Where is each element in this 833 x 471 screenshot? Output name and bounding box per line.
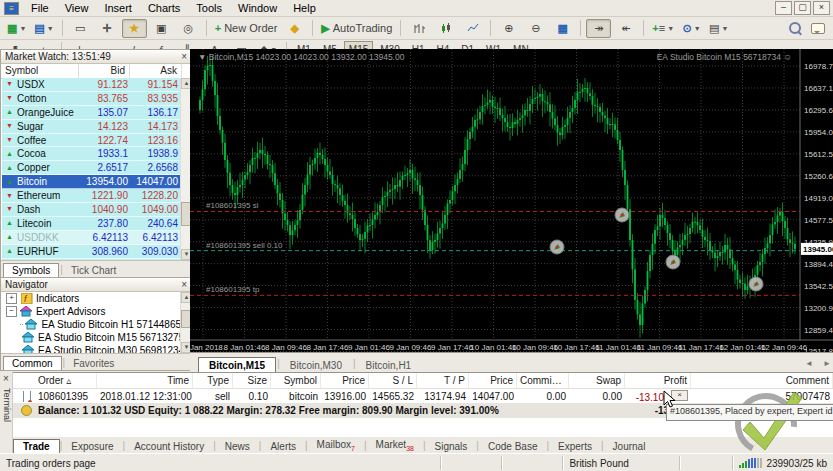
market-watch-row-litecoin[interactable]: ▲Litecoin237.80240.64: [2, 217, 181, 231]
tab-journal[interactable]: Journal: [604, 440, 655, 453]
open-order-row[interactable]: 1086013952018.01.12 12:31:00sell0.10bitc…: [13, 389, 833, 403]
indicators-button[interactable]: +≡▼: [649, 19, 677, 38]
close-position-button[interactable]: ×: [671, 390, 688, 401]
navigator-close-icon[interactable]: ×: [181, 280, 187, 290]
market-watch-row-cotton[interactable]: ▼Cotton83.76583.935: [2, 92, 181, 106]
time-axis-label: 9 Jan 01:46: [348, 343, 390, 352]
market-watch-row-ethereum[interactable]: ▼Ethereum1221.901228.20: [2, 189, 181, 203]
new-order-button[interactable]: +New Order: [212, 19, 281, 38]
periods-button[interactable]: ⊙▼: [679, 19, 704, 38]
navigator-item[interactable]: EA Studio Bitcoin M15 56713275: [2, 331, 181, 344]
terminal-close-icon[interactable]: ×: [3, 374, 9, 384]
column-time[interactable]: Time: [97, 373, 193, 388]
market-watch-row-dash[interactable]: ▼Dash1040.901049.00: [2, 203, 181, 217]
collapse-icon[interactable]: −: [6, 306, 17, 317]
column-symbol[interactable]: Symbol: [271, 373, 321, 388]
search-icon[interactable]: [789, 22, 801, 34]
column-symbol[interactable]: Symbol: [1, 64, 79, 78]
templates-button[interactable]: ▤▼: [706, 19, 731, 38]
menu-view[interactable]: View: [57, 1, 97, 15]
symbol-name: Cocoa: [17, 148, 81, 159]
navigator-item[interactable]: EA Studio Bitcoin M30 56981234: [2, 344, 181, 353]
chat-icon[interactable]: [811, 23, 825, 34]
column-size[interactable]: Size: [233, 373, 271, 388]
column-tp[interactable]: T / P: [417, 373, 469, 388]
bid-value: 2.6517: [81, 162, 132, 173]
expand-icon[interactable]: +: [6, 293, 17, 304]
market-watch-row-eurhuf[interactable]: ▲EURHUF308.960309.030: [2, 245, 181, 259]
menu-charts[interactable]: Charts: [140, 1, 188, 15]
market-watch-close-icon[interactable]: ×: [181, 52, 187, 62]
new-chart-button[interactable]: ▦▼: [4, 19, 29, 38]
navigator-item[interactable]: EA Studio Bitcoin H1 57144865: [2, 318, 181, 331]
close-button[interactable]: ×: [813, 1, 830, 15]
minimize-button[interactable]: –: [775, 1, 792, 15]
restore-button[interactable]: ▢: [794, 1, 811, 15]
tab-trade[interactable]: Trade: [13, 439, 60, 453]
navigator-item[interactable]: +fIndicators: [2, 292, 181, 305]
navigator-toggle-icon[interactable]: ◎: [176, 19, 201, 38]
menu-file[interactable]: File: [23, 1, 57, 15]
column-price2[interactable]: Price: [469, 373, 517, 388]
zoom-in-icon[interactable]: ⊕: [496, 19, 521, 38]
tab-symbols[interactable]: Symbols: [3, 263, 59, 277]
zoom-out-icon[interactable]: ⊖: [523, 19, 548, 38]
tab-market[interactable]: Market38: [367, 438, 423, 453]
line-chart-icon[interactable]: [460, 19, 485, 38]
bar-chart-icon[interactable]: [406, 19, 431, 38]
column-sl[interactable]: S / L: [369, 373, 417, 388]
tab-experts[interactable]: Experts: [549, 440, 601, 453]
tab-account-history[interactable]: Account History: [125, 440, 213, 453]
market-watch-row-bitcoin[interactable]: ▲Bitcoin13954.0014047.00: [2, 175, 181, 189]
menu-window[interactable]: Window: [230, 1, 285, 15]
chart-tab-bitcoin-h1[interactable]: Bitcoin,H1: [356, 358, 422, 373]
chart-shift-icon[interactable]: ↞: [613, 19, 638, 38]
autotrading-button[interactable]: ▶AutoTrading: [318, 19, 395, 38]
menu-help[interactable]: Help: [285, 1, 324, 15]
navigator-item[interactable]: −Expert Advisors: [2, 305, 181, 318]
menu-tools[interactable]: Tools: [188, 1, 230, 15]
column-price[interactable]: Price: [321, 373, 369, 388]
market-watch-row-sugar[interactable]: ▼Sugar14.12314.173: [2, 120, 181, 134]
market-watch-row-coffee[interactable]: ▼Coffee122.74123.16: [2, 134, 181, 148]
column-profit[interactable]: Profit: [625, 373, 691, 388]
column-type[interactable]: Type: [193, 373, 233, 388]
data-window-icon[interactable]: ▭: [68, 19, 93, 38]
market-watch-toggle-icon[interactable]: ▣: [149, 19, 174, 38]
column-comment[interactable]: Comment: [691, 373, 833, 388]
menu-insert[interactable]: Insert: [96, 1, 140, 15]
tab-alerts[interactable]: Alerts: [261, 440, 305, 453]
market-watch-row-usdx[interactable]: ▼USDX91.12391.154: [2, 78, 181, 92]
tab-code-base[interactable]: Code Base: [479, 440, 546, 453]
tile-windows-icon[interactable]: ▦: [550, 19, 575, 38]
scripts-icon[interactable]: ◆: [282, 19, 307, 38]
chart-tab-scroll-arrows[interactable]: ◄ ►: [805, 359, 833, 368]
tab-signals[interactable]: Signals: [426, 440, 477, 453]
auto-scroll-icon[interactable]: ↠: [586, 19, 611, 38]
crosshair-move-icon[interactable]: ✛: [95, 19, 120, 38]
navigator-scrollbar[interactable]: ▲ ▼: [180, 292, 190, 353]
price-chart[interactable]: #108601395 sl#108601395 sell 0.10#108601…: [190, 49, 833, 352]
tab-news[interactable]: News: [216, 440, 259, 453]
chart-tab-bitcoin-m15[interactable]: Bitcoin,M15: [198, 357, 276, 373]
market-watch-scrollbar[interactable]: ▲ ▼: [180, 78, 190, 260]
column-ask[interactable]: Ask: [130, 64, 182, 78]
favorites-icon[interactable]: ★: [122, 19, 147, 38]
tab-exposure[interactable]: Exposure: [62, 440, 122, 453]
profiles-button[interactable]: ▤▼: [31, 19, 56, 38]
market-watch-row-copper[interactable]: ▲Copper2.65172.6568: [2, 161, 181, 175]
chart-tab-bitcoin-m30[interactable]: Bitcoin,M30: [280, 358, 352, 373]
tab-common[interactable]: Common: [3, 356, 62, 370]
column-bid[interactable]: Bid: [79, 64, 130, 78]
market-watch-row-usddkk[interactable]: ▲USDDKK6.421136.42113: [2, 231, 181, 245]
market-watch-row-orangejuice[interactable]: ▲OrangeJuice135.07136.17: [2, 106, 181, 120]
tab-favorites[interactable]: Favorites: [65, 357, 122, 370]
candlestick-icon[interactable]: [433, 19, 458, 38]
column-commission[interactable]: Commission: [517, 373, 569, 388]
market-watch-row-cocoa[interactable]: ▲Cocoa1933.11938.9: [2, 147, 181, 161]
column-swap[interactable]: Swap: [569, 373, 625, 388]
chart-area[interactable]: #108601395 sl#108601395 sell 0.10#108601…: [190, 49, 833, 352]
column-order[interactable]: Order ▵: [35, 373, 97, 388]
tab-mailbox[interactable]: Mailbox7: [308, 438, 364, 453]
tab-tick-chart[interactable]: Tick Chart: [63, 264, 124, 277]
